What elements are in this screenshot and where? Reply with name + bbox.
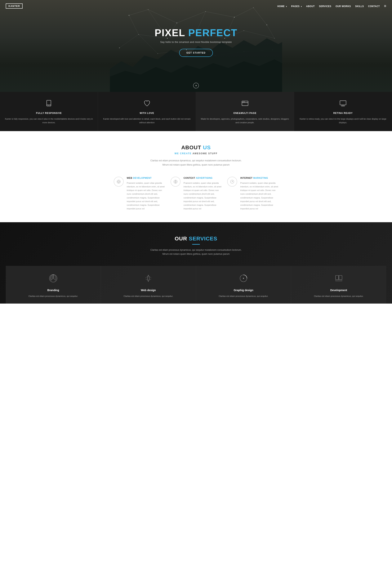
feature-desc-responsive: Kanter is fully responsive, you can view…: [4, 117, 93, 124]
hero-cta-button[interactable]: GET STARTED: [179, 49, 213, 57]
about-section: ABOUT US WE CREATE AWESOME STUFF Clarita…: [0, 131, 392, 222]
nav-item-pages[interactable]: PAGES ▾: [291, 4, 302, 8]
hero-section: PIXEL PERFECT Say hello to the smartest …: [0, 0, 392, 92]
nav-item-home[interactable]: HOME ▾: [277, 4, 287, 8]
about-features-grid: WEB DEVELOPMENT Praesent sodales, quam v…: [114, 177, 278, 211]
nav-link-services[interactable]: SERVICES: [319, 5, 331, 8]
nav-item-about[interactable]: ABOUT: [306, 4, 315, 8]
nav-links: HOME ▾ PAGES ▾ ABOUT SERVICES OUR WORKS …: [277, 4, 386, 8]
nav-link-contact[interactable]: CONTACT: [368, 5, 380, 8]
service-card-graphicdesign: Graphig design Claritas est etiam proces…: [196, 266, 291, 304]
about-feature-marketing-desc: Praesent sodales, quam vitae gravida int…: [240, 181, 278, 211]
nav-link-ourworks[interactable]: OUR WORKS: [336, 5, 351, 8]
service-card-development-title: Development: [295, 289, 382, 292]
responsive-icon: [4, 100, 93, 108]
services-desc: Claritas est etiam processus dynamicus, …: [148, 248, 244, 256]
svg-point-48: [244, 102, 244, 102]
feature-item-responsive: FULLY RESPONSIVE Kanter is fully respons…: [0, 92, 98, 131]
service-card-branding-title: Branding: [10, 289, 97, 292]
scroll-down-button[interactable]: ▾: [193, 83, 199, 88]
hamburger-icon[interactable]: ≡: [384, 4, 386, 8]
svg-point-47: [243, 102, 243, 102]
about-feature-marketing: INTERNET MARKETING Praesent sodales, qua…: [227, 177, 278, 211]
webdev-icon: [114, 177, 124, 186]
services-title-part1: OUR: [174, 236, 189, 242]
about-feature-webdev-content: WEB DEVELOPMENT Praesent sodales, quam v…: [127, 177, 165, 211]
dropdown-caret: ▾: [286, 6, 287, 8]
feature-title-love: WITH LOVE: [102, 112, 191, 114]
service-card-graphicdesign-desc: Claritas est etiam processus dynamicus, …: [200, 294, 287, 298]
about-title: ABOUT US: [8, 144, 384, 151]
hero-title: PIXEL PERFECT: [155, 27, 237, 38]
feature-title-multipage: ONE&MULTI PAGE: [200, 112, 289, 114]
service-card-webdesign-desc: Claritas est etiam processus dynamicus, …: [105, 294, 192, 298]
nav-item-contact[interactable]: CONTACT: [368, 4, 380, 8]
nav-link-pages[interactable]: PAGES ▾: [291, 5, 302, 8]
about-feature-marketing-title: INTERNET MARKETING: [240, 177, 278, 179]
about-subtitle-part2: AWESOME STUFF: [192, 152, 218, 155]
development-icon: [295, 274, 382, 285]
service-card-branding-desc: Claritas est etiam processus dynamicus, …: [10, 294, 97, 298]
svg-point-73: [243, 278, 244, 279]
feature-desc-multipage: Made for developers, agencies, photograp…: [200, 117, 289, 124]
about-feature-webdev-title: WEB DEVELOPMENT: [127, 177, 165, 179]
svg-point-66: [232, 181, 232, 182]
nav-item-services[interactable]: SERVICES: [319, 4, 331, 8]
about-feature-advertising-desc: Praesent sodales, quam vitae gravida int…: [184, 181, 222, 211]
service-card-development-desc: Claritas est etiam processus dynamicus, …: [295, 294, 382, 298]
about-feature-webdev-desc: Praesent sodales, quam vitae gravida int…: [127, 181, 165, 211]
services-title: OUR SERVICES: [6, 236, 386, 242]
nav-item-ourworks[interactable]: OUR WORKS: [336, 4, 351, 8]
chevron-down-icon: ▾: [196, 84, 197, 87]
about-feature-advertising-title: CONTEXT ADVERTISING: [184, 177, 222, 179]
browser-icon: [200, 100, 289, 108]
hero-subtitle: Say hello to the smartest and most flexi…: [155, 40, 237, 44]
svg-point-44: [48, 106, 49, 106]
svg-line-21: [177, 12, 206, 23]
feature-item-retina: RETINA READY Kanter is retina ready, you…: [294, 92, 392, 131]
hero-title-part1: PIXEL: [155, 27, 188, 38]
about-feature-advertising: CONTEXT ADVERTISING Praesent sodales, qu…: [170, 177, 222, 211]
features-strip: FULLY RESPONSIVE Kanter is fully respons…: [0, 92, 392, 131]
feature-title-retina: RETINA READY: [298, 112, 388, 114]
nav-link-skills[interactable]: SKILLS: [355, 5, 364, 8]
nav-menu-icon[interactable]: ≡: [384, 4, 386, 8]
svg-rect-49: [340, 101, 346, 105]
services-section: OUR SERVICES Claritas est etiam processu…: [0, 222, 392, 304]
nav-link-home[interactable]: HOME ▾: [277, 5, 287, 8]
feature-title-responsive: FULLY RESPONSIVE: [4, 112, 93, 114]
svg-rect-42: [47, 100, 51, 106]
about-title-part2: US: [203, 144, 211, 150]
hero-content: PIXEL PERFECT Say hello to the smartest …: [155, 27, 237, 57]
monitor-icon: [298, 100, 388, 108]
feature-desc-retina: Kanter is retina ready, you can view it …: [298, 117, 388, 124]
svg-line-22: [206, 12, 234, 17]
marketing-icon: [227, 177, 237, 186]
nav-link-about[interactable]: ABOUT: [306, 5, 315, 8]
service-card-development: Development Claritas est etiam processus…: [291, 266, 386, 304]
navbar: KANTER HOME ▾ PAGES ▾ ABOUT SERVICES OUR…: [0, 0, 392, 12]
service-card-branding: Branding Claritas est etiam processus dy…: [6, 266, 101, 304]
about-subtitle-part1: WE CREATE: [174, 152, 192, 155]
advertising-icon: [170, 177, 180, 186]
svg-point-55: [118, 181, 119, 182]
graphicdesign-icon: [200, 274, 287, 285]
nav-item-skills[interactable]: SKILLS: [355, 4, 364, 8]
brand-logo[interactable]: KANTER: [6, 4, 22, 8]
svg-rect-76: [336, 280, 342, 281]
svg-line-36: [120, 34, 138, 48]
about-feature-webdev: WEB DEVELOPMENT Praesent sodales, quam v…: [114, 177, 165, 211]
about-subtitle: WE CREATE AWESOME STUFF: [8, 152, 384, 155]
about-desc: Claritas est etiam processus dynamicus, …: [148, 159, 244, 167]
branding-icon: [10, 274, 97, 285]
svg-rect-74: [336, 276, 338, 280]
service-card-webdesign-title: Web design: [105, 289, 192, 292]
about-title-part1: ABOUT: [181, 144, 203, 150]
services-title-part2: SERVICES: [189, 236, 217, 242]
svg-line-30: [267, 25, 274, 38]
service-card-graphicdesign-title: Graphig design: [200, 289, 287, 292]
services-grid: Branding Claritas est etiam processus dy…: [6, 266, 386, 304]
feature-item-love: WITH LOVE Kanter developed with love and…: [98, 92, 196, 131]
feature-desc-love: Kanter developed with love and attention…: [102, 117, 191, 124]
webdesign-icon: [105, 274, 192, 285]
